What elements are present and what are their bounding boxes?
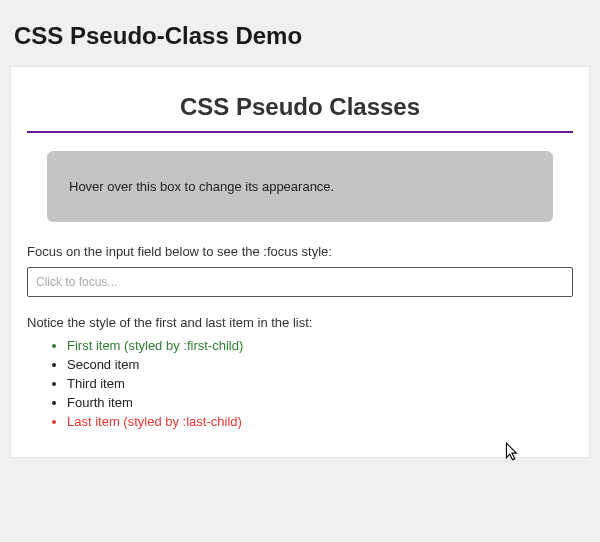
list-item: First item (styled by :first-child) xyxy=(67,338,573,353)
focus-prompt-text: Focus on the input field below to see th… xyxy=(27,244,573,259)
accent-divider xyxy=(27,131,573,133)
list-prompt-text: Notice the style of the first and last i… xyxy=(27,315,573,330)
hover-demo-box[interactable]: Hover over this box to change its appear… xyxy=(47,151,553,222)
page-title: CSS Pseudo-Class Demo xyxy=(14,22,586,50)
list-item: Third item xyxy=(67,376,573,391)
demo-list: First item (styled by :first-child) Seco… xyxy=(27,338,573,429)
list-item: Last item (styled by :last-child) xyxy=(67,414,573,429)
focus-demo-input[interactable] xyxy=(27,267,573,297)
demo-card: CSS Pseudo Classes Hover over this box t… xyxy=(10,66,590,458)
list-item: Fourth item xyxy=(67,395,573,410)
input-wrapper xyxy=(27,267,573,297)
list-item: Second item xyxy=(67,357,573,372)
card-title: CSS Pseudo Classes xyxy=(27,93,573,121)
